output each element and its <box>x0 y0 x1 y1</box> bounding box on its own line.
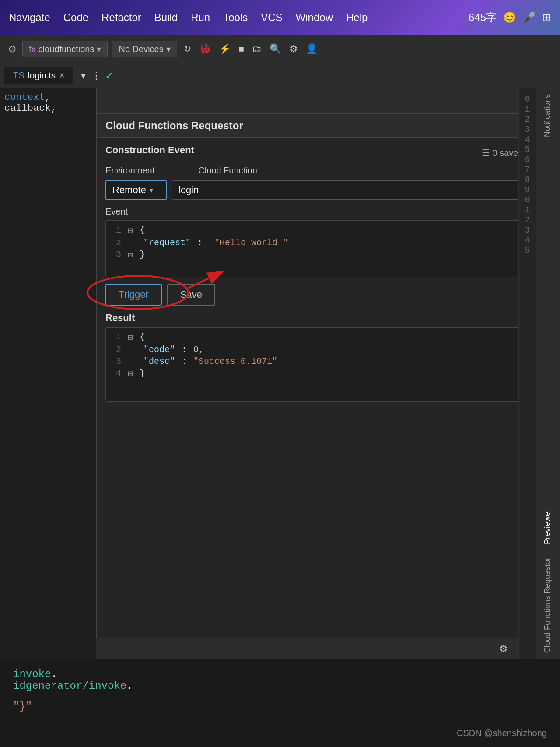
menu-item-tools[interactable]: Tools <box>223 11 248 24</box>
menu-item-help[interactable]: Help <box>346 11 368 24</box>
result-line-4: 4 ⊟ } <box>110 368 546 379</box>
tab-login-ts[interactable]: TS login.ts ✕ <box>4 67 74 84</box>
no-devices-label: No Devices <box>119 44 163 54</box>
panel-toolbar <box>97 88 560 114</box>
event-code-block[interactable]: 1 ⊟ { 2 "request" : "Hello World!" 3 ⊟ } <box>105 220 551 277</box>
cloud-func-label: cloudfunctions <box>38 44 94 54</box>
cloud-functions-dropdown[interactable]: fx cloudfunctions ▾ <box>22 41 108 57</box>
environment-dropdown[interactable]: Remote ▾ <box>105 180 167 200</box>
event-line-1: 1 ⊟ { <box>110 225 546 236</box>
env-value: Remote <box>112 184 146 196</box>
menu-item-build[interactable]: Build <box>154 11 178 24</box>
panel-content: Construction Event ☰ 0 saved events Envi… <box>97 138 560 408</box>
right-label-previewer[interactable]: Previewer <box>536 503 560 551</box>
user-icon[interactable]: 👤 <box>304 42 319 56</box>
env-label: Environment <box>105 166 154 176</box>
panel-header: Cloud Functions Requestor ⚙ — <box>97 114 560 138</box>
check-mark-icon: ✓ <box>105 70 114 82</box>
section-title: Construction Event <box>105 144 194 156</box>
panel-bottom-settings-icon[interactable]: ⚙ <box>497 641 510 656</box>
no-devices-arrow-icon: ▾ <box>166 44 171 54</box>
env-dropdown-arrow: ▾ <box>150 186 153 194</box>
right-label-cf-requestor[interactable]: Cloud Functions Requestor <box>536 551 560 659</box>
gear-icon[interactable]: ⚙ <box>287 42 300 56</box>
right-label-notifications[interactable]: Notifications <box>536 88 560 144</box>
menu-item-refactor[interactable]: Refactor <box>102 11 141 24</box>
grid-icon: ⊞ <box>542 11 551 24</box>
code-editor-left: context, callback, <box>0 88 96 659</box>
panel-bottom-bar: ⚙ — <box>96 638 536 659</box>
menu-item-navigate[interactable]: Navigate <box>9 11 50 24</box>
debug-icon[interactable]: ⚡ <box>217 42 232 56</box>
menu-item-run[interactable]: Run <box>191 11 210 24</box>
watermark: CSDN @shenshizhong <box>457 728 547 738</box>
menu-item-window[interactable]: Window <box>296 11 333 24</box>
result-line-2: 2 "code" : 0, <box>110 345 546 355</box>
cloud-func-label-text: Cloud Function <box>198 166 257 176</box>
tab-bar: TS login.ts ✕ ▾ ⋮ ✓ <box>0 63 560 88</box>
file-icon: TS <box>13 70 24 81</box>
fx-label: fx <box>29 44 36 54</box>
dropdowns-row: Remote ▾ login ▾ <box>105 180 551 200</box>
field-labels: Environment Cloud Function <box>105 166 551 176</box>
save-button[interactable]: Save <box>167 284 215 306</box>
code-context-line: context, callback, <box>4 92 92 114</box>
bottom-spacer <box>13 692 547 701</box>
event-line-3: 3 ⊟ } <box>110 250 546 261</box>
refresh-icon[interactable]: ↻ <box>182 42 193 56</box>
result-code-block: 1 ⊟ { 2 "code" : 0, 3 "desc" : "Success.… <box>105 327 551 402</box>
action-buttons: Trigger Save <box>105 284 551 306</box>
list-icon: ☰ <box>482 148 490 158</box>
cloud-function-dropdown[interactable]: login ▾ <box>172 180 551 200</box>
menu-item-code[interactable]: Code <box>63 11 88 24</box>
func-value: login <box>178 184 199 196</box>
result-line-3: 3 "desc" : "Success.0.1071" <box>110 356 546 366</box>
panel-title: Cloud Functions Requestor <box>105 120 243 132</box>
tab-nav-icon[interactable]: ▾ <box>79 68 88 83</box>
right-panel: Notifications Previewer Cloud Functions … <box>536 88 560 659</box>
dropdown-arrow-icon: ▾ <box>97 44 101 54</box>
close-tab-icon[interactable]: ✕ <box>59 71 65 80</box>
event-label: Event <box>105 207 551 217</box>
bottom-line-2: idgenerator/invoke. <box>13 680 547 692</box>
word-count: 645字 <box>469 11 497 25</box>
tab-more-icon[interactable]: ⋮ <box>90 68 103 83</box>
bug-icon[interactable]: 🐞 <box>197 42 213 56</box>
no-devices-button[interactable]: No Devices ▾ <box>112 41 177 57</box>
search-icon[interactable]: 🔍 <box>268 42 283 56</box>
line-numbers: 01234 56789 012345 <box>518 88 536 659</box>
bottom-line-3: "}" <box>13 701 547 712</box>
settings-icon[interactable]: ⊙ <box>7 42 18 56</box>
stop-icon[interactable]: ■ <box>237 42 246 56</box>
emoji-icon: 😊 <box>503 11 516 24</box>
tab-label: login.ts <box>28 70 56 81</box>
editor-toolbar: ⊙ fx cloudfunctions ▾ No Devices ▾ ↻ 🐞 ⚡… <box>0 35 560 63</box>
event-line-2: 2 "request" : "Hello World!" <box>110 238 546 248</box>
menu-right: 645字 😊 🎤 ⊞ <box>469 11 551 25</box>
result-line-1: 1 ⊟ { <box>110 332 546 343</box>
result-label: Result <box>105 312 551 324</box>
cf-requestor-panel: Cloud Functions Requestor ⚙ — Constructi… <box>96 88 560 659</box>
trigger-button[interactable]: Trigger <box>105 284 162 306</box>
menu-bar: Navigate Code Refactor Build Run Tools V… <box>0 0 560 35</box>
menu-item-vcs[interactable]: VCS <box>261 11 282 24</box>
bottom-line-1: invoke. <box>13 668 547 680</box>
mic-icon: 🎤 <box>523 11 536 24</box>
folder-icon[interactable]: 🗂 <box>250 42 263 56</box>
